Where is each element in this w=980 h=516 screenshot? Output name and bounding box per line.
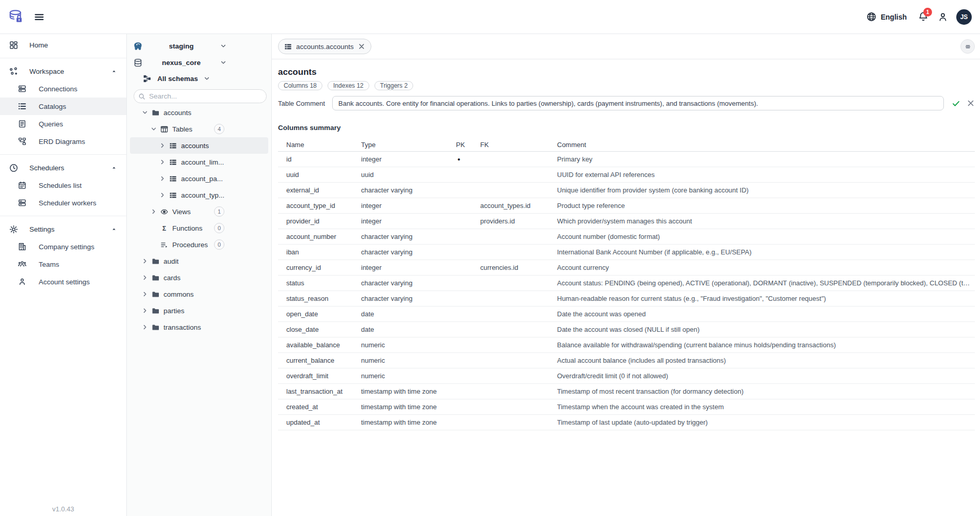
tree-count-badge: 0 — [214, 239, 224, 250]
tree-item-procedures[interactable]: Procedures0 — [130, 236, 268, 253]
confirm-check-icon[interactable] — [952, 99, 960, 108]
sidebar-item-connections[interactable]: Connections — [0, 80, 126, 98]
col-type: uuid — [361, 171, 456, 179]
sidebar-item-schedulers[interactable]: Schedulers — [0, 159, 126, 176]
col-fk: currencies.id — [480, 264, 557, 271]
column-row-open-date[interactable]: open_datedateDate the account was opened — [278, 307, 975, 322]
sidebar-item-teams[interactable]: Teams — [0, 255, 126, 273]
chevron-right-icon[interactable] — [142, 258, 148, 264]
col-type: timestamp with time zone — [361, 403, 456, 411]
avatar[interactable]: JS — [956, 9, 972, 25]
column-row-overdraft-limit[interactable]: overdraft_limitnumericOverdraft/credit l… — [278, 368, 975, 384]
tree-item-tables[interactable]: Tables4 — [130, 121, 268, 137]
tree-item-account-typ[interactable]: account_typ... — [130, 187, 268, 203]
tree-item-account-pa[interactable]: account_pa... — [130, 170, 268, 187]
sidebar-item-settings[interactable]: Settings — [0, 220, 126, 238]
chevron-right-icon[interactable] — [159, 142, 166, 149]
tree-item-parties[interactable]: parties — [130, 302, 268, 319]
procedure-icon — [160, 241, 168, 249]
chevron-right-icon[interactable] — [142, 291, 148, 297]
chevron-right-icon[interactable] — [159, 175, 166, 182]
app-version: v1.0.43 — [0, 505, 126, 513]
schema-filter-selector[interactable]: All schemas — [134, 71, 267, 86]
cancel-x-icon[interactable] — [967, 99, 975, 107]
sidebar-item-catalogs[interactable]: Catalogs — [0, 98, 126, 115]
tree-item-cards[interactable]: cards — [130, 269, 268, 286]
chevron-right-icon[interactable] — [142, 308, 148, 314]
col-comment: Account number (domestic format) — [557, 233, 975, 240]
column-row-current-balance[interactable]: current_balancenumericActual account bal… — [278, 353, 975, 368]
column-row-provider-id[interactable]: provider_idintegerproviders.idWhich prov… — [278, 214, 975, 229]
column-row-currency-id[interactable]: currency_idintegercurrencies.idAccount c… — [278, 260, 975, 276]
tree-item-account-lim[interactable]: account_lim... — [130, 154, 268, 170]
column-row-account-type-id[interactable]: account_type_idintegeraccount_types.idPr… — [278, 198, 975, 214]
column-row-status-reason[interactable]: status_reasoncharacter varyingHuman-read… — [278, 291, 975, 307]
column-row-account-number[interactable]: account_numbercharacter varyingAccount n… — [278, 229, 975, 245]
database-selector[interactable]: nexus_core — [134, 55, 267, 70]
tree-count-badge: 1 — [214, 206, 224, 217]
column-row-id[interactable]: idinteger•Primary key — [278, 152, 975, 167]
col-name: iban — [278, 248, 361, 256]
tree-item-label: Procedures — [172, 241, 208, 249]
sidebar-item-company-settings[interactable]: Company settings — [0, 238, 126, 255]
col-comment: Date the account was opened — [557, 310, 975, 318]
column-row-status[interactable]: statuscharacter varyingAccount status: P… — [278, 276, 975, 291]
col-type: character varying — [361, 248, 456, 256]
tab-list-button[interactable] — [960, 39, 975, 54]
collapse-caret-icon[interactable] — [111, 227, 117, 232]
column-row-uuid[interactable]: uuiduuidUUID for external API references — [278, 167, 975, 183]
tree-item-accounts[interactable]: accounts — [130, 104, 268, 121]
tree-item-commons[interactable]: commons — [130, 286, 268, 302]
column-row-available-balance[interactable]: available_balancenumericBalance availabl… — [278, 337, 975, 353]
columns-table: Name Type PK FK Comment idinteger•Primar… — [278, 138, 975, 430]
tree-item-accounts[interactable]: accounts — [130, 137, 268, 154]
tab-accounts-accounts[interactable]: accounts.accounts — [278, 39, 371, 54]
tree-item-views[interactable]: Views1 — [130, 203, 268, 220]
chevron-right-icon[interactable] — [142, 275, 148, 281]
column-row-close-date[interactable]: close_datedateDate the account was close… — [278, 322, 975, 337]
column-row-created-at[interactable]: created_attimestamp with time zoneTimest… — [278, 399, 975, 415]
sidebar-item-workspace[interactable]: Workspace — [0, 62, 126, 80]
collapse-caret-icon[interactable] — [111, 69, 117, 74]
sidebar-item-schedules-list[interactable]: Schedules list — [0, 176, 126, 194]
sidebar-item-queries[interactable]: Queries — [0, 115, 126, 133]
tree-item-transactions[interactable]: transactions — [130, 319, 268, 335]
notifications-button[interactable]: 1 — [918, 11, 929, 23]
user-icon[interactable] — [938, 12, 948, 22]
header-name: Name — [278, 141, 361, 149]
columns-count-badge: Columns 18 — [278, 81, 322, 90]
search-input[interactable] — [149, 92, 262, 100]
tree-item-functions[interactable]: ΣFunctions0 — [130, 220, 268, 236]
folder-icon — [152, 109, 159, 117]
column-row-external-id[interactable]: external_idcharacter varyingUnique ident… — [278, 183, 975, 198]
sidebar-item-erd-diagrams[interactable]: ERD Diagrams — [0, 133, 126, 150]
chevron-down-icon[interactable] — [151, 126, 157, 132]
column-row-updated-at[interactable]: updated_attimestamp with time zoneTimest… — [278, 415, 975, 430]
badge-row: Columns 18 Indexes 12 Triggers 2 — [278, 81, 975, 90]
chevron-right-icon[interactable] — [142, 324, 148, 330]
connection-selector[interactable]: staging — [134, 38, 267, 54]
erd-icon — [18, 137, 26, 146]
column-row-last-transaction-at[interactable]: last_transaction_attimestamp with time z… — [278, 384, 975, 399]
language-selector[interactable]: English — [867, 12, 907, 22]
chevron-right-icon[interactable] — [151, 208, 157, 215]
chevron-down-icon[interactable] — [142, 109, 148, 116]
col-comment: Actual account balance (includes all pos… — [557, 357, 975, 364]
col-name: close_date — [278, 326, 361, 333]
sidebar-item-account-settings[interactable]: Account settings — [0, 273, 126, 291]
sidebar-item-scheduler-workers[interactable]: Scheduler workers — [0, 194, 126, 212]
postgres-elephant-icon — [134, 42, 142, 51]
chevron-right-icon[interactable] — [159, 159, 166, 165]
hamburger-menu-icon[interactable] — [34, 12, 44, 22]
table-comment-input[interactable] — [332, 96, 944, 110]
sidebar-item-home[interactable]: Home — [0, 36, 126, 54]
chevron-right-icon[interactable] — [159, 192, 166, 198]
app-logo-database-lock-icon[interactable] — [8, 9, 24, 25]
collapse-caret-icon[interactable] — [111, 165, 117, 170]
col-name: available_balance — [278, 341, 361, 349]
column-row-iban[interactable]: ibancharacter varyingInternational Bank … — [278, 245, 975, 260]
workspace-icon — [9, 67, 18, 76]
tree-item-label: accounts — [164, 109, 191, 117]
tree-item-audit[interactable]: audit — [130, 253, 268, 269]
close-icon[interactable] — [358, 43, 365, 50]
